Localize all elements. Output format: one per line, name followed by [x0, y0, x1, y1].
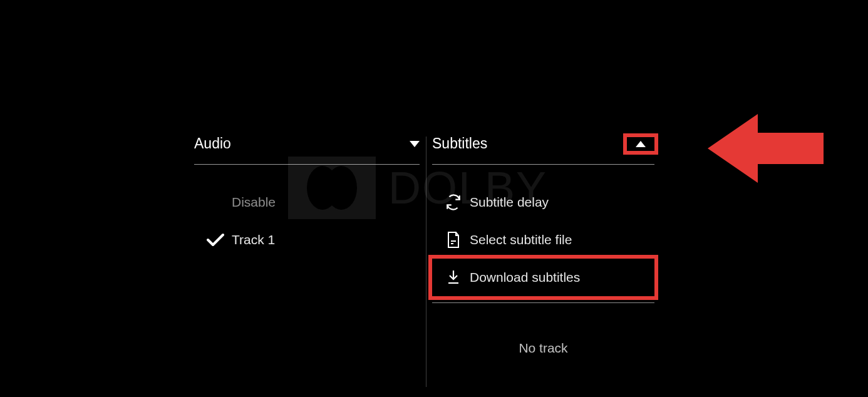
download-icon: [437, 269, 470, 286]
select-subtitle-file-option[interactable]: Select subtitle file: [432, 221, 654, 259]
audio-panel: Audio Disable Track 1: [194, 135, 420, 356]
no-track-label: No track: [432, 322, 654, 356]
subtitle-action-label: Download subtitles: [470, 270, 580, 285]
refresh-icon: [437, 194, 470, 210]
subtitles-panel: Subtitles Subtitle delay: [420, 135, 654, 356]
subtitle-action-label: Subtitle delay: [470, 195, 549, 210]
download-subtitles-option[interactable]: Download subtitles: [432, 259, 654, 296]
collapse-button-highlight: [627, 137, 654, 151]
audio-title: Audio: [194, 135, 231, 152]
audio-disable-option[interactable]: Disable: [194, 183, 420, 221]
check-icon: [199, 233, 232, 247]
chevron-up-icon[interactable]: [636, 141, 646, 147]
subtitles-header[interactable]: Subtitles: [432, 135, 654, 165]
subtitles-title: Subtitles: [432, 135, 487, 152]
subtitle-action-label: Select subtitle file: [470, 232, 572, 247]
audio-item-label: Disable: [232, 195, 276, 210]
audio-item-label: Track 1: [232, 232, 275, 247]
annotation-arrow-icon: [708, 108, 827, 189]
chevron-down-icon: [410, 141, 420, 147]
file-icon: [437, 231, 470, 249]
subtitle-delay-option[interactable]: Subtitle delay: [432, 183, 654, 221]
audio-track-1-option[interactable]: Track 1: [194, 221, 420, 259]
subtitle-actions-group: Subtitle delay Select subtitle file: [432, 183, 654, 303]
audio-header[interactable]: Audio: [194, 135, 420, 165]
